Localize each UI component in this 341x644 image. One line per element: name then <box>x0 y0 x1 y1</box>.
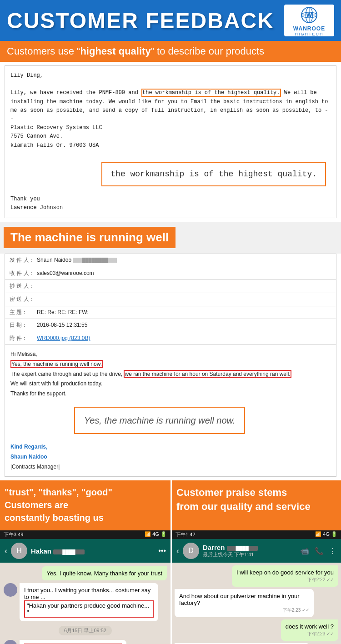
email2-to-label: 收 件 人： <box>10 269 37 279</box>
chat-right: 下午1:42 📶 4G 🔋 ‹ D Darren ████ 最后上线今天 下午1… <box>172 530 341 644</box>
video-icon[interactable]: 📹 <box>300 547 309 555</box>
chat-left-signal: 📶 4G 🔋 <box>145 531 167 538</box>
email2-from-label: 发 件 人： <box>10 255 37 265</box>
callout-box-1: the workmanship is of the highest qualit… <box>10 159 331 186</box>
chat-right-avatar: D <box>183 543 199 559</box>
logo-sub: HIGHTECH <box>295 32 324 36</box>
email2-sig-role: |Contracts Manager| <box>10 462 331 472</box>
email-address1: 7575 Cannon Ave. <box>10 132 331 141</box>
col-left-banner-text: "trust", "thanks", "good"Customers areco… <box>5 487 112 523</box>
chat-right-signal: 📶 4G 🔋 <box>315 531 337 538</box>
chat-right-msg-2: And how about our pulverizer machine in … <box>175 589 314 617</box>
email2-subject-row: 主 题： RE: Re: RE: RE: FW: <box>5 306 336 320</box>
email-card-2: 发 件 人： Shaun Naidoo ████████ 收 件 人： sale… <box>5 254 336 477</box>
chat-right-status-bar: 下午1:42 📶 4G 🔋 <box>172 530 341 539</box>
chat-msg-2-wrapper: I trust you.. I waiting your thanks... c… <box>4 583 167 621</box>
email2-to-value: sales03@wanrooe.com <box>37 269 94 279</box>
chat-msg-3: They say ; Wanrooe is good choise <box>20 640 126 644</box>
chat-left-messages: Yes. I quite know. Many thanks for your … <box>0 563 170 644</box>
email2-body: Hi Melissa, Yes, the machine is running … <box>5 345 336 476</box>
email2-subject-label: 主 题： <box>10 308 37 318</box>
email2-attach-row: 附 件： WRD000.jpg (823.0B) <box>5 332 336 345</box>
email2-date-row: 日 期： 2016-08-15 12:31:55 <box>5 319 336 332</box>
email-address2: klamath Falls Or. 97603 USA <box>10 141 331 150</box>
callout-box-2: Yes, the machine is running well now. <box>74 407 245 434</box>
section2-wrapper: The machine is running well <box>0 222 341 254</box>
chat-left: 下午3:49 📶 4G 🔋 ‹ H Hakan ████ ••• Yes. I … <box>0 530 170 644</box>
email-highlight: the workmanship is of the highest qualit… <box>141 89 281 97</box>
chat-right-msg-1-time: 下午2:22 ✓✓ <box>236 577 334 583</box>
chat-left-time: 下午3:49 <box>4 531 23 538</box>
msg-2-text: I trust you.. I waiting your thanks... c… <box>24 587 154 618</box>
email2-to-row: 收 件 人： sales03@wanrooe.com <box>5 267 336 280</box>
date-divider-1: 6月15日 早上09:52 <box>59 626 112 635</box>
email2-date-label: 日 期： <box>10 320 37 330</box>
more-icon[interactable]: ••• <box>158 547 166 555</box>
email2-cc-row: 抄 送 人： <box>5 280 336 293</box>
chat-right-msg-3-time: 下午2:23 ✓✓ <box>286 631 334 637</box>
chat-msg-2: I trust you.. I waiting your thanks... c… <box>20 583 158 621</box>
email2-from-row: 发 件 人： Shaun Naidoo ████████ <box>5 254 336 267</box>
chat-right-icons[interactable]: 📹 📞 ⋮ <box>300 547 336 555</box>
chat-left-status-bar: 下午3:49 📶 4G 🔋 <box>0 530 170 539</box>
email2-body1: The expert came through and set up the d… <box>10 371 124 377</box>
col-left: "trust", "thanks", "good"Customers areco… <box>0 480 170 644</box>
chat-left-avatar: H <box>11 543 27 559</box>
section2-banner: The machine is running well <box>4 227 176 248</box>
header: CUSTOMER FEEDBACK W WANROOE HIGHTECH <box>0 0 341 41</box>
chat-right-msg-3-text: does it work well ? <box>286 623 334 630</box>
email2-subject-value: RE: Re: RE: RE: FW: <box>37 308 89 318</box>
chat-left-icons[interactable]: ••• <box>158 547 166 555</box>
email2-greeting: Hi Melissa, <box>10 349 331 359</box>
msg-1-text: Yes. I quite know. Many thanks for your … <box>46 570 162 577</box>
email2-line2: The expert came through and set up the d… <box>10 369 331 379</box>
back-icon[interactable]: ‹ <box>5 546 7 556</box>
email2-attach-label: 附 件： <box>10 334 37 344</box>
svg-text:W: W <box>306 11 312 18</box>
chat-right-messages: I will keep on do good service for you 下… <box>172 563 341 644</box>
email-card-1: Lily Ding, Lily, we have received the PN… <box>5 65 336 218</box>
col-left-banner: "trust", "thanks", "good"Customers areco… <box>0 480 170 530</box>
logo: W WANROOE HIGHTECH <box>284 5 334 36</box>
chat-right-time: 下午1:42 <box>176 531 195 538</box>
email2-cc-label: 抄 送 人： <box>10 281 37 291</box>
page-title: CUSTOMER FEEDBACK <box>7 8 274 33</box>
email2-sig-kind: Kind Regards, <box>10 442 331 452</box>
email2-highlight1: Yes, the machine is running well now. <box>10 360 103 368</box>
col-right-banner: Customer praise stemsfrom our quality an… <box>172 480 341 530</box>
email2-sig-name: Shaun Naidoo <box>10 452 331 462</box>
section1-banner: Customers use “highest quality” to descr… <box>0 41 341 62</box>
callout-text-1: the workmanship is of the highest qualit… <box>101 162 326 186</box>
email2-date-value: 2016-08-15 12:31:55 <box>37 320 87 330</box>
msg-2-highlight: "Hakan your partners produce good machin… <box>24 600 154 618</box>
chat-msg-1: Yes. I quite know. Many thanks for your … <box>42 566 167 580</box>
chat-recv-avatar <box>4 583 17 597</box>
email-signatory: Lawrence Johnson <box>10 204 331 212</box>
logo-globe-icon: W <box>298 5 321 25</box>
chat-right-msg-2-text: And how about our pulverizer machine in … <box>179 593 309 606</box>
logo-brand: WANROOE <box>293 25 325 32</box>
email-company: Plastic Recovery Systems LLC <box>10 124 331 132</box>
two-col-section: "trust", "thanks", "good"Customers areco… <box>0 480 341 644</box>
phone-icon[interactable]: 📞 <box>315 547 324 555</box>
chat-msg-3-wrapper: They say ; Wanrooe is good choise <box>4 640 167 644</box>
chat-right-lastseen: 最后上线今天 下午1:41 <box>203 551 258 558</box>
menu-icon[interactable]: ⋮ <box>329 547 336 555</box>
chat-right-msg-2-time: 下午2:23 ✓✓ <box>179 607 309 614</box>
email2-bcc-label: 密 送 人： <box>10 295 37 305</box>
chat-right-header: ‹ D Darren ████ 最后上线今天 下午1:41 📹 📞 ⋮ <box>172 539 341 563</box>
chat-right-msg-1-text: I will keep on do good service for you <box>236 569 334 576</box>
chat-right-msg-3: does it work well ? 下午2:23 ✓✓ <box>281 619 338 641</box>
chat-recv-avatar-2 <box>4 640 17 644</box>
chat-right-msg-1: I will keep on do good service for you 下… <box>232 565 338 587</box>
back-icon-right[interactable]: ‹ <box>176 546 179 556</box>
chat-left-name: Hakan ████ <box>31 547 85 555</box>
email2-line1: Yes, the machine is running well now. <box>10 359 331 369</box>
email-body-before: Lily, we have received the PNMF-800 and <box>10 90 141 96</box>
email2-from-value: Shaun Naidoo ████████ <box>37 255 117 265</box>
email2-attach-value: WRD000.jpg (823.0B) <box>37 334 90 344</box>
col-right: Customer praise stemsfrom our quality an… <box>170 480 341 644</box>
email-closing: Thank you <box>10 195 331 204</box>
email-body-1: Lily, we have received the PNMF-800 and … <box>10 89 331 124</box>
email2-body2: We will start with full production today… <box>10 379 331 389</box>
